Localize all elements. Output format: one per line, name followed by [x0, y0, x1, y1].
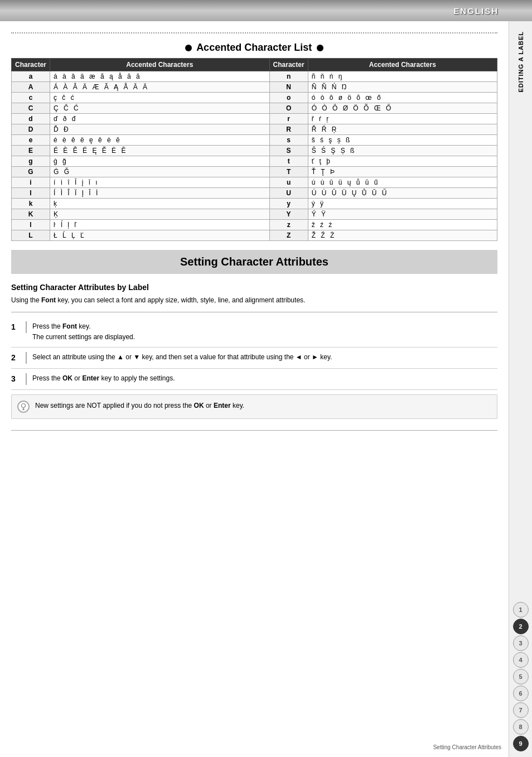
step-3: 3 Press the OK or Enter key to apply the…: [11, 369, 497, 390]
accented-chars-cell: Ď Đ: [50, 124, 270, 135]
char-cell: i: [12, 177, 50, 188]
table-row: AÁ À Â Ä Æ Ã Ą Å Ā ÄNÑ Ň Ń Ŋ: [12, 82, 497, 93]
table-row: cç č ćoó ò ô ø ö õ œ ő: [12, 93, 497, 103]
accented-chars-cell: ý ÿ: [308, 199, 497, 209]
sidebar-num-5[interactable]: 5: [513, 669, 529, 684]
note-box: New settings are NOT applied if you do n…: [11, 394, 497, 419]
char-cell: k: [12, 199, 50, 209]
table-row: LŁ Ĺ Ļ ĽZŽ Ź Ż: [12, 230, 497, 241]
table-row: GĠ ĞTŤ Ţ Þ: [12, 167, 497, 177]
accented-chars-cell: É È Ê Ë Ę Ě Ė Ē: [50, 146, 270, 156]
char-cell: O: [269, 103, 308, 114]
char-cell: s: [269, 135, 308, 146]
accented-chars-cell: Ķ: [50, 209, 270, 220]
note-text: New settings are NOT applied if you do n…: [35, 401, 244, 411]
table-row: aá à â ä æ ã ą å ā ănñ ň ń ŋ: [12, 71, 497, 82]
sidebar-num-1[interactable]: 1: [513, 602, 529, 618]
accented-chars-cell: ó ò ô ø ö õ œ ő: [308, 93, 497, 103]
accented-chars-cell: ñ ň ń ŋ: [308, 71, 497, 82]
header-title: ENGLISH: [453, 6, 499, 16]
top-header: ENGLISH: [0, 0, 532, 21]
table-row: dď ð đrř ŕ ŗ: [12, 114, 497, 124]
th-char2: Character: [269, 59, 308, 71]
char-cell: S: [269, 146, 308, 156]
char-cell: r: [269, 114, 308, 124]
step-2: 2 Select an attribute using the ▲ or ▼ k…: [11, 348, 497, 369]
char-cell: K: [12, 209, 50, 220]
char-cell: U: [269, 188, 308, 199]
char-cell: t: [269, 156, 308, 167]
accented-chars-cell: ç č ć: [50, 93, 270, 103]
char-cell: a: [12, 71, 50, 82]
char-cell: Z: [269, 230, 308, 241]
char-cell: n: [269, 71, 308, 82]
sidebar-num-2[interactable]: 2: [513, 619, 529, 634]
char-cell: I: [12, 188, 50, 199]
sidebar-num-6[interactable]: 6: [513, 686, 529, 701]
sidebar-num-9[interactable]: 9: [513, 736, 529, 751]
character-table: Character Accented Characters Character …: [11, 58, 497, 241]
accented-chars-cell: Á À Â Ä Æ Ã Ą Å Ā Ä: [50, 82, 270, 93]
char-cell: d: [12, 114, 50, 124]
accented-chars-cell: ġ ğ: [50, 156, 270, 167]
accented-chars-cell: Ġ Ğ: [50, 167, 270, 177]
accented-chars-cell: Ó Ò Ô Ø Ö Õ Œ Ő: [308, 103, 497, 114]
sidebar-num-3[interactable]: 3: [513, 635, 529, 651]
divider-1: [11, 312, 497, 312]
char-cell: D: [12, 124, 50, 135]
step-2-number: 2: [11, 352, 27, 364]
accented-chars-cell: ú ù û ü ų ů ū ű: [308, 177, 497, 188]
accented-chars-cell: ť ţ þ: [308, 156, 497, 167]
dotted-divider: [11, 32, 497, 33]
subsection-heading: Setting Character Attributes by Label: [11, 283, 497, 292]
page-footer: Setting Character Attributes: [433, 744, 501, 750]
char-cell: Y: [269, 209, 308, 220]
th-char1: Character: [12, 59, 50, 71]
accented-chars-cell: ŀ ĺ ļ ľ: [50, 220, 270, 230]
table-row: ií ì î Ī į ī ıuú ù û ü ų ů ū ű: [12, 177, 497, 188]
main-content: Accented Character List Character Accent…: [0, 21, 509, 446]
char-cell: u: [269, 177, 308, 188]
step-1: 1 Press the Font key. The current settin…: [11, 317, 497, 348]
sidebar-numbers: 1 2 3 4 5 6 7 8 9: [513, 602, 529, 757]
accented-chars-cell: ř ŕ ŗ: [308, 114, 497, 124]
svg-point-0: [22, 404, 26, 408]
accented-chars-cell: Ç Č Ć: [50, 103, 270, 114]
char-cell: L: [12, 230, 50, 241]
footer-text: Setting Character Attributes: [433, 744, 501, 750]
char-cell: E: [12, 146, 50, 156]
th-acc1: Accented Characters: [50, 59, 270, 71]
font-key-ref: Font: [41, 296, 56, 304]
accented-chars-cell: Ý Ÿ: [308, 209, 497, 220]
accented-chars-cell: Í Ì Î Ï Į Ī İ: [50, 188, 270, 199]
right-sidebar: EDITING A LABEL 1 2 3 4 5 6 7 8 9: [509, 21, 532, 757]
accented-chars-cell: Ť Ţ Þ: [308, 167, 497, 177]
title-text: Accented Character List: [196, 42, 312, 53]
accented-chars-cell: é è ê ë ę ě ė ē: [50, 135, 270, 146]
table-row: IÍ Ì Î Ï Į Ī İUÚ Ù Û Ü Ų Ů Ū Ű: [12, 188, 497, 199]
table-row: EÉ È Ê Ë Ę Ě Ė ĒSŠ Ś Ş Ș ß: [12, 146, 497, 156]
sidebar-num-7[interactable]: 7: [513, 702, 529, 718]
accented-chars-cell: Ñ Ň Ń Ŋ: [308, 82, 497, 93]
intro-text: Using the Font key, you can select a fon…: [11, 295, 497, 305]
char-cell: c: [12, 93, 50, 103]
sidebar-label: EDITING A LABEL: [518, 27, 524, 97]
step-1-number: 1: [11, 321, 27, 333]
char-cell: C: [12, 103, 50, 114]
accented-chars-cell: Ł Ĺ Ļ Ľ: [50, 230, 270, 241]
accented-chars-cell: Ž Ź Ż: [308, 230, 497, 241]
table-row: KĶYÝ Ÿ: [12, 209, 497, 220]
char-cell: A: [12, 82, 50, 93]
note-icon: [17, 401, 30, 413]
char-cell: R: [269, 124, 308, 135]
char-cell: g: [12, 156, 50, 167]
sidebar-num-8[interactable]: 8: [513, 719, 529, 735]
sidebar-num-4[interactable]: 4: [513, 652, 529, 668]
char-cell: e: [12, 135, 50, 146]
step-2-text: Select an attribute using the ▲ or ▼ key…: [32, 352, 332, 363]
divider-bottom: [11, 430, 497, 431]
accented-chars-cell: á à â ä æ ã ą å ā ă: [50, 71, 270, 82]
accented-chars-cell: š ś ş ș ß: [308, 135, 497, 146]
step-3-text: Press the OK or Enter key to apply the s…: [32, 373, 175, 384]
title-bullet-right: [317, 45, 323, 51]
